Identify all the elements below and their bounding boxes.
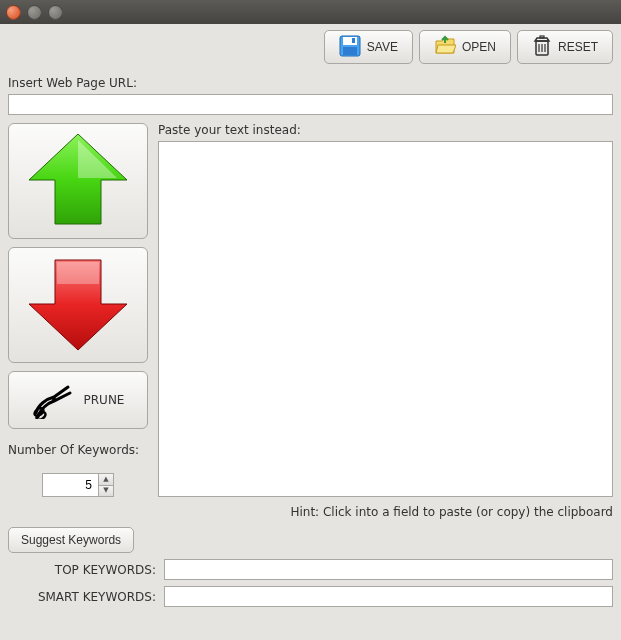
smart-keywords-input[interactable] <box>164 586 613 607</box>
right-column: Paste your text instead: <box>158 123 613 497</box>
hint-text: Hint: Click into a field to paste (or co… <box>8 505 613 519</box>
down-button[interactable] <box>8 247 148 363</box>
smart-keywords-label: SMART KEYWORDS: <box>8 590 156 604</box>
top-keywords-label: TOP KEYWORDS: <box>8 563 156 577</box>
paste-label: Paste your text instead: <box>158 123 613 137</box>
top-toolbar: SAVE OPEN <box>8 30 613 68</box>
open-icon <box>434 35 456 60</box>
arrow-up-icon <box>23 130 133 233</box>
window-minimize-button[interactable] <box>27 5 42 20</box>
trash-icon <box>532 35 552 60</box>
open-button[interactable]: OPEN <box>419 30 511 64</box>
pruning-shears-icon <box>32 379 76 422</box>
reset-label: RESET <box>558 40 598 54</box>
up-button[interactable] <box>8 123 148 239</box>
keyword-count-label: Number Of Keywords: <box>8 443 148 457</box>
app-body: SAVE OPEN <box>0 24 621 640</box>
url-label: Insert Web Page URL: <box>8 76 613 90</box>
save-icon <box>339 35 361 60</box>
svg-point-11 <box>52 397 56 401</box>
window-maximize-button[interactable] <box>48 5 63 20</box>
keyword-count-input[interactable] <box>42 473 98 497</box>
window-close-button[interactable] <box>6 5 21 20</box>
save-label: SAVE <box>367 40 398 54</box>
url-input[interactable] <box>8 94 613 115</box>
prune-label: PRUNE <box>84 393 125 407</box>
svg-rect-2 <box>343 47 357 55</box>
stepper-up-button[interactable]: ▲ <box>98 473 114 485</box>
left-column: PRUNE Number Of Keywords: ▲ ▼ <box>8 123 148 497</box>
stepper-down-button[interactable]: ▼ <box>98 485 114 498</box>
top-keywords-input[interactable] <box>164 559 613 580</box>
keyword-count-stepper[interactable]: ▲ ▼ <box>42 473 114 497</box>
reset-button[interactable]: RESET <box>517 30 613 64</box>
open-label: OPEN <box>462 40 496 54</box>
svg-rect-8 <box>540 36 544 38</box>
save-button[interactable]: SAVE <box>324 30 413 64</box>
suggest-keywords-button[interactable]: Suggest Keywords <box>8 527 134 553</box>
window-titlebar <box>0 0 621 24</box>
svg-rect-3 <box>352 38 355 43</box>
prune-button[interactable]: PRUNE <box>8 371 148 429</box>
arrow-down-icon <box>23 254 133 357</box>
paste-textarea[interactable] <box>158 141 613 497</box>
